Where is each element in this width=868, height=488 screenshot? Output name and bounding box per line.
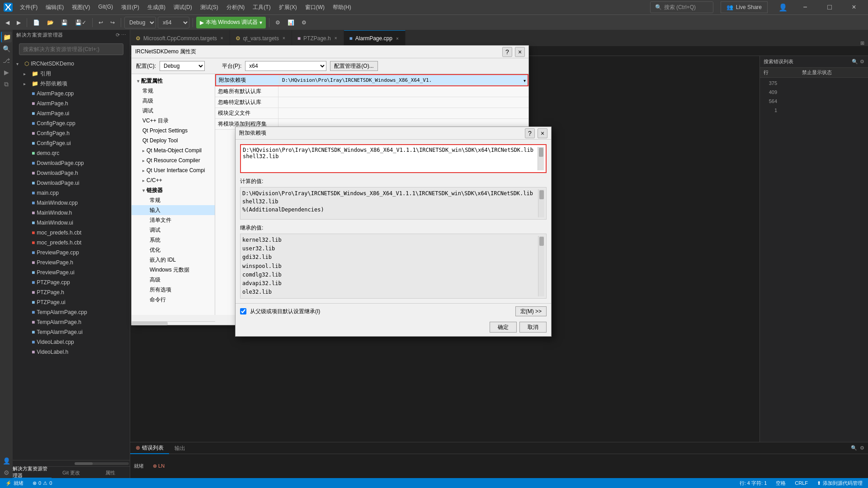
right-panel-row[interactable]: 564 [760,97,868,106]
bottom-tab-errors[interactable]: ⊗ 错误列表 [130,442,169,454]
menu-item[interactable]: 扩展(X) [275,3,301,12]
tree-item-linker-advanced[interactable]: 高级 [132,275,215,285]
menu-item[interactable]: 视图(V) [68,3,94,12]
ignore-specific-defaults-row[interactable]: 忽略特定默认认库 [215,97,528,108]
status-git[interactable]: ⚡ 就绪 [4,480,25,487]
config-dropdown[interactable]: Debug [160,61,205,71]
sidebar-tab-git[interactable]: Git 更改 [52,467,90,478]
tree-item-qt-project[interactable]: Qt Project Settings [132,126,215,136]
close-button[interactable]: × [844,0,864,14]
dialog-help-button[interactable]: ? [502,47,512,57]
live-share-button[interactable]: 👥 Live Share [721,1,768,13]
prop-dropdown-btn[interactable]: ▾ [524,77,528,84]
tab-close-icon[interactable]: × [395,35,400,42]
tree-item-system[interactable]: 系统 [132,235,215,245]
tree-item-linker-debug[interactable]: 调试 [132,225,215,235]
menu-item[interactable]: 工具(T) [249,3,274,12]
toolbar-attach[interactable]: ⚙ [273,17,283,28]
tree-item-video-cpp[interactable]: ▸ ■ VideoLabel.cpp [13,337,130,347]
inner-dialog-close-button[interactable]: × [538,128,547,138]
tab-cpptargets[interactable]: ⚙ Microsoft.CppCommon.targets × [130,30,230,46]
tree-item-alarm-ui[interactable]: ▸ ■ AlarmPage.ui [13,108,130,118]
tree-item-cmdline[interactable]: 命令行 [132,295,215,305]
tree-item-linker-general[interactable]: 常规 [132,195,215,205]
menu-item[interactable]: Git(G) [94,3,117,12]
cancel-button[interactable]: 取消 [519,322,547,333]
tree-item-config-h[interactable]: ▸ ■ ConfigPage.h [13,128,130,138]
minimize-button[interactable]: − [795,0,816,14]
sidebar-tab-props[interactable]: 属性 [91,467,130,478]
activity-accounts[interactable]: 👤 [1,455,12,466]
macro-button[interactable]: 宏(M) >> [515,306,547,316]
tab-close-icon[interactable]: × [220,35,224,42]
status-line-ending[interactable]: CRLF [793,480,810,486]
tree-item-vc-dirs[interactable]: VC++ 目录 [132,116,215,126]
toolbar-forward[interactable]: ▶ [14,17,24,28]
menu-item[interactable]: 生成(B) [144,3,169,12]
tree-item-qt-ui[interactable]: ▸ Qt User Interface Compi [132,165,215,175]
status-errors[interactable]: ⊗ 0 ⚠ 0 [31,480,54,486]
module-def-row[interactable]: 模块定义文件 [215,108,528,119]
tab-qtvars[interactable]: ⚙ qt_vars.targets × [230,30,292,46]
activity-explorer[interactable]: 📁 [1,32,12,42]
tree-item-config-ui[interactable]: ▸ ■ ConfigPage.ui [13,138,130,148]
tree-item-config-cpp[interactable]: ▸ ■ ConfigPage.cpp [13,118,130,128]
tree-item-manifest[interactable]: 清单文件 [132,215,215,225]
tree-item-debug[interactable]: 调试 [132,106,215,116]
debug-config-dropdown[interactable]: Debug [124,17,156,28]
status-spaces[interactable]: 空格 [774,480,788,487]
tab-ptzpage[interactable]: ■ PTZPage.h × [292,30,344,46]
tree-item-embedded-idl[interactable]: 嵌入的 IDL [132,255,215,265]
tree-item-moc2[interactable]: ▸ ■ moc_predefs.h.cbt [13,238,130,248]
toolbar-settings[interactable]: ⚙ [299,17,309,28]
toolbar-back[interactable]: ◀ [3,17,12,28]
right-panel-row[interactable]: 409 [760,88,868,97]
tree-item-demo-qrc[interactable]: ▸ ■ demo.qrc [13,148,130,158]
activity-git[interactable]: ⎇ [1,55,12,66]
sidebar-search-input[interactable] [19,43,123,55]
right-panel-row[interactable]: 1 [760,106,868,115]
tree-item-config-props[interactable]: ▾ 配置属性 [132,76,215,86]
platform-dropdown[interactable]: x64 [158,17,189,28]
tree-item-main-cpp[interactable]: ▸ ■ main.cpp [13,188,130,198]
tree-item-alarm-cpp[interactable]: ▸ ■ AlarmPage.cpp [13,89,130,99]
activity-run[interactable]: ▶ [1,67,12,78]
tree-item-qt-deploy[interactable]: Qt Deploy Tool [132,136,215,145]
right-panel-row[interactable]: 375 [760,79,868,88]
menu-item[interactable]: 编辑(E) [42,3,67,12]
tree-item-temp-cpp[interactable]: ▸ ■ TempAlarmPage.cpp [13,307,130,317]
sidebar-sync-icon[interactable]: ⟳ [116,32,120,38]
inherit-checkbox[interactable] [240,308,246,314]
toolbar-save-all[interactable]: 💾✓ [72,17,89,28]
menu-item[interactable]: 文件(F) [16,3,41,12]
tree-item-ptz-cpp[interactable]: ▸ ■ PTZPage.cpp [13,277,130,287]
tab-close-icon[interactable]: × [334,35,338,42]
toolbar-save[interactable]: 💾 [58,17,71,28]
inner-dialog-help-button[interactable]: ? [525,128,535,138]
toolbar-new[interactable]: 📄 [30,17,42,28]
deps-textarea[interactable]: D:\HQvision\Pro\Iray\IRCNETSDK_Windows_X… [243,147,538,170]
tree-item-linker[interactable]: ▾ 链接器 [132,185,215,195]
status-line-col[interactable]: 行: 4 字符: 1 [738,480,769,487]
tree-item-ptz-h[interactable]: ▸ ■ PTZPage.h [13,287,130,297]
menu-item[interactable]: 分析(N) [223,3,249,12]
tree-item-optimize[interactable]: 优化 [132,245,215,255]
bottom-panel-settings-icon[interactable]: ⚙ [860,445,864,451]
maximize-button[interactable]: □ [819,0,840,14]
tab-close-icon[interactable]: × [282,35,286,42]
global-search[interactable]: 🔍 搜索 (Ctrl+Q) [650,1,713,13]
toolbar-perf[interactable]: 📊 [285,17,297,28]
tree-item-preview-ui[interactable]: ▸ ■ PreviewPage.ui [13,267,130,277]
tree-item-cpp[interactable]: ▸ C/C++ [132,175,215,185]
tab-alarmpage[interactable]: ■ AlarmPage.cpp × [344,30,406,46]
run-button[interactable]: ▶ 本地 Windows 调试器 ▾ [196,17,266,28]
tree-item-temp-ui[interactable]: ▸ ■ TempAlarmPage.ui [13,327,130,337]
activity-search[interactable]: 🔍 [1,43,12,54]
tree-item-linker-input[interactable]: 输入 [132,205,215,215]
activity-extensions[interactable]: ⧉ [1,79,12,89]
config-manager-button[interactable]: 配置管理器(O)... [330,61,377,71]
tree-item-ext-deps[interactable]: ▸ 📁 外部依赖项 [13,79,130,89]
tree-item-preview-cpp[interactable]: ▸ ■ PreviewPage.cpp [13,248,130,258]
tree-item-mw-cpp[interactable]: ▸ ■ MainWindow.cpp [13,198,130,208]
additional-deps-dialog[interactable]: 附加依赖项 ? × D:\HQvision\Pro\Iray\IRCNETSDK… [235,127,552,337]
